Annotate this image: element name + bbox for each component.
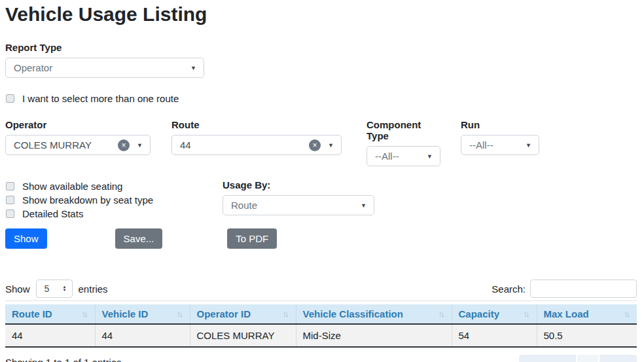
option-detailed-stats-row: Detailed Stats <box>5 207 223 221</box>
column-header-vehicle-id[interactable]: Vehicle ID↑↓ <box>95 304 190 324</box>
cell-vehicle-classification: Mid-Size <box>296 324 452 347</box>
sort-icon: ↑↓ <box>283 309 289 319</box>
operator-combobox[interactable]: COLES MURRAY × ▼ <box>5 135 151 155</box>
options-row: Show available seating Show breakdown by… <box>5 179 637 221</box>
operator-value: COLES MURRAY <box>14 139 92 151</box>
page-length-select[interactable]: 5 ▲ ▼ <box>36 280 73 298</box>
component-type-label: Component Type <box>367 119 440 141</box>
multi-route-label: I want to select more than one route <box>22 93 179 104</box>
cell-route-id: 44 <box>5 324 95 347</box>
sort-icon: ↑↓ <box>438 309 445 319</box>
seat-breakdown-checkbox[interactable] <box>6 196 14 204</box>
chevron-down-icon: ▼ <box>328 142 334 149</box>
action-buttons-row: Show Save... To PDF <box>5 228 637 249</box>
detailed-stats-checkbox[interactable] <box>6 209 14 218</box>
save-button[interactable]: Save... <box>115 228 163 249</box>
table-footer: Showing 1 to 1 of 1 entries Previous 1 N… <box>5 355 637 362</box>
route-value: 44 <box>180 139 191 151</box>
component-type-select[interactable]: --All-- ▼ <box>367 146 440 166</box>
chevron-down-icon: ▼ <box>137 142 143 149</box>
show-button[interactable]: Show <box>5 228 47 249</box>
component-type-value: --All-- <box>375 151 399 162</box>
options-checkbox-group: Show available seating Show breakdown by… <box>5 179 223 221</box>
cell-vehicle-id: 44 <box>95 324 190 347</box>
search-label: Search: <box>492 283 526 295</box>
vehicle-usage-table: Route ID↑↓ Vehicle ID↑↓ Operator ID↑↓ Ve… <box>5 304 637 348</box>
spin-down-icon: ▼ <box>63 289 67 292</box>
page-title: Vehicle Usage Listing <box>5 3 637 26</box>
sort-icon: ↑↓ <box>177 309 183 319</box>
available-seating-checkbox[interactable] <box>6 182 14 190</box>
table-row: 44 44 COLES MURRAY Mid-Size 54 50.5 <box>5 324 637 347</box>
column-header-vehicle-classification[interactable]: Vehicle Classification↑↓ <box>296 304 452 324</box>
table-info-text: Showing 1 to 1 of 1 entries <box>5 355 122 362</box>
chevron-down-icon: ▼ <box>526 142 531 149</box>
clear-icon[interactable]: × <box>118 139 130 151</box>
column-header-capacity[interactable]: Capacity↑↓ <box>452 304 537 324</box>
route-label: Route <box>171 119 342 130</box>
option-available-seating-row: Show available seating <box>5 179 223 193</box>
datatable-controls: Show 5 ▲ ▼ entries Search: <box>5 280 637 298</box>
report-type-label: Report Type <box>5 42 637 53</box>
column-header-max-load[interactable]: Max Load↑↓ <box>537 304 637 324</box>
column-label: Capacity <box>459 308 500 319</box>
to-pdf-button[interactable]: To PDF <box>227 228 277 249</box>
chevron-down-icon: ▼ <box>427 153 433 160</box>
operator-label: Operator <box>5 119 151 130</box>
search-input[interactable] <box>530 280 637 298</box>
column-label: Route ID <box>12 308 52 319</box>
sort-icon: ↑↓ <box>82 309 88 319</box>
sort-icon: ↑↓ <box>624 309 630 319</box>
run-label: Run <box>461 119 539 130</box>
vehicle-usage-page: Vehicle Usage Listing Report Type Operat… <box>0 0 644 362</box>
column-header-operator-id[interactable]: Operator ID↑↓ <box>190 304 296 324</box>
run-value: --All-- <box>469 139 493 151</box>
column-label: Vehicle ID <box>102 308 149 319</box>
page-length-control: Show 5 ▲ ▼ entries <box>5 280 108 298</box>
report-type-value: Operator <box>14 62 52 73</box>
available-seating-label: Show available seating <box>22 181 122 192</box>
spinner-icon: ▲ ▼ <box>63 285 67 292</box>
route-combobox[interactable]: 44 × ▼ <box>171 135 342 155</box>
run-select[interactable]: --All-- ▼ <box>461 135 539 155</box>
multi-route-row: I want to select more than one route <box>5 92 637 105</box>
table-top-divider <box>5 300 637 301</box>
cell-operator-id: COLES MURRAY <box>190 324 296 347</box>
filters-row: Operator COLES MURRAY × ▼ Route 44 × ▼ C… <box>5 119 637 166</box>
chevron-down-icon: ▼ <box>190 65 196 71</box>
usage-by-value: Route <box>231 200 257 211</box>
search-control: Search: <box>492 280 637 298</box>
report-type-select[interactable]: Operator ▼ <box>5 58 204 78</box>
sort-icon: ↑↓ <box>524 309 530 319</box>
pagination: Previous 1 Next <box>519 355 637 362</box>
length-suffix-label: entries <box>79 283 108 295</box>
length-prefix-label: Show <box>5 283 30 295</box>
pagination-page-1-button[interactable]: 1 <box>577 355 598 362</box>
option-seat-breakdown-row: Show breakdown by seat type <box>5 193 223 207</box>
chevron-down-icon: ▼ <box>361 202 367 209</box>
page-length-value: 5 <box>45 283 50 294</box>
pagination-previous-button[interactable]: Previous <box>519 355 576 362</box>
table-header-row: Route ID↑↓ Vehicle ID↑↓ Operator ID↑↓ Ve… <box>5 304 637 324</box>
pagination-next-button[interactable]: Next <box>599 355 637 362</box>
column-label: Max Load <box>544 308 589 319</box>
usage-by-label: Usage By: <box>223 179 374 190</box>
detailed-stats-label: Detailed Stats <box>22 208 83 219</box>
seat-breakdown-label: Show breakdown by seat type <box>22 194 153 206</box>
cell-capacity: 54 <box>452 324 537 347</box>
column-header-route-id[interactable]: Route ID↑↓ <box>5 304 95 324</box>
column-label: Vehicle Classification <box>303 308 403 319</box>
multi-route-checkbox[interactable] <box>6 94 14 103</box>
usage-by-select[interactable]: Route ▼ <box>223 195 374 215</box>
clear-icon[interactable]: × <box>309 139 321 151</box>
cell-max-load: 50.5 <box>537 324 637 347</box>
column-label: Operator ID <box>197 308 251 319</box>
